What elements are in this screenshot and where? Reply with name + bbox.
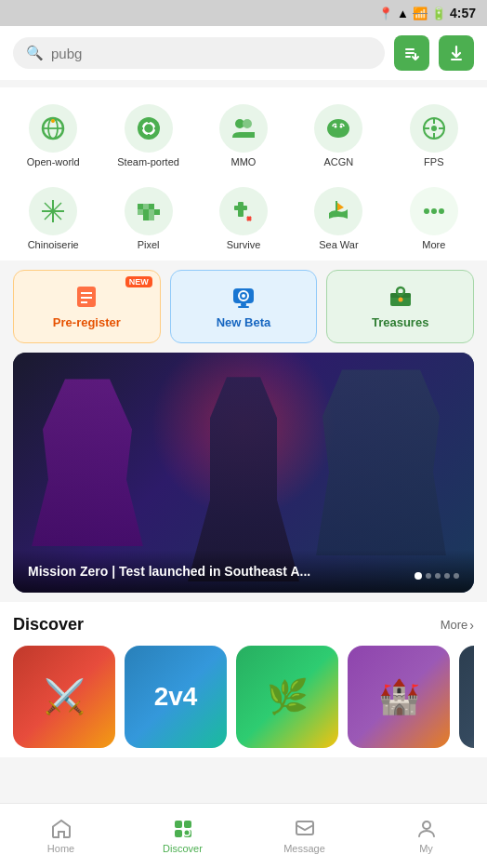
preregister-label: Pre-register: [53, 315, 121, 329]
svg-rect-34: [234, 206, 247, 210]
sea-war-icon: [314, 187, 362, 235]
svg-rect-27: [138, 209, 143, 215]
discover-games-list: ⚔️ 2v4 🌿 🏰 🛡️: [13, 646, 474, 748]
nav-my[interactable]: My: [365, 810, 487, 861]
open-world-label: Open-world: [27, 156, 80, 168]
banner-character-left: [32, 379, 143, 546]
dot-2: [426, 573, 431, 579]
location-icon: 📍: [378, 7, 393, 20]
dot-3: [435, 573, 441, 579]
game-card-2[interactable]: 2v4: [125, 646, 227, 748]
svg-point-57: [184, 831, 189, 835]
svg-rect-31: [143, 215, 149, 220]
acgn-icon: [314, 104, 362, 153]
newbeta-label: New Beta: [217, 315, 271, 329]
new-badge: NEW: [125, 276, 152, 287]
signal-icon: 📶: [413, 7, 428, 20]
svg-point-36: [424, 208, 429, 214]
game-card-5[interactable]: 🛡️: [459, 646, 474, 748]
newbeta-tab[interactable]: New Beta: [170, 270, 318, 343]
search-input[interactable]: pubg: [51, 46, 372, 61]
banner-dots: [415, 572, 459, 580]
category-survive[interactable]: Survive: [196, 181, 291, 257]
home-nav-icon: [50, 818, 72, 840]
svg-point-12: [335, 126, 337, 128]
mmo-label: MMO: [231, 156, 257, 168]
status-time: 4:57: [450, 6, 476, 20]
fps-label: FPS: [424, 156, 443, 168]
svg-rect-25: [143, 204, 149, 209]
svg-rect-52: [175, 821, 182, 828]
chinoiserie-icon: [29, 187, 77, 235]
chinoiserie-label: Chinoiserie: [28, 239, 79, 251]
svg-rect-29: [149, 209, 154, 215]
dot-4: [444, 573, 450, 579]
discover-header: Discover More ›: [13, 615, 474, 634]
category-more[interactable]: More: [387, 181, 481, 257]
svg-point-38: [439, 208, 444, 214]
dot-5: [454, 573, 459, 579]
category-pixel[interactable]: Pixel: [100, 181, 195, 257]
category-chinoiserie[interactable]: Chinoiserie: [6, 181, 100, 257]
svg-rect-30: [154, 209, 160, 215]
treasures-label: Treasures: [372, 315, 428, 329]
svg-point-37: [431, 208, 437, 214]
svg-rect-28: [143, 209, 149, 215]
discover-more-label: More: [441, 618, 468, 632]
svg-rect-24: [138, 204, 143, 209]
category-open-world[interactable]: Open-world: [6, 99, 100, 174]
treasures-tab[interactable]: Treasures: [326, 270, 474, 343]
category-acgn[interactable]: ACGN: [291, 99, 386, 174]
svg-rect-1: [405, 52, 415, 54]
svg-point-59: [423, 821, 430, 829]
download-button[interactable]: [439, 35, 474, 71]
checklist-icon: [402, 44, 421, 62]
discover-nav-icon: [172, 818, 194, 840]
nav-discover[interactable]: Discover: [122, 810, 244, 861]
game-thumb-2: 2v4: [125, 646, 227, 748]
discover-title: Discover: [13, 615, 84, 634]
svg-rect-0: [405, 48, 415, 50]
svg-rect-54: [175, 830, 182, 837]
game-card-4[interactable]: 🏰: [348, 646, 450, 748]
svg-rect-2: [405, 56, 411, 58]
game-icon-2: 2v4: [125, 646, 227, 748]
search-bar: 🔍 pubg: [0, 26, 487, 80]
banner-title: Mission Zero | Test launched in Southeas…: [28, 564, 310, 579]
discover-more-button[interactable]: More ›: [441, 618, 474, 633]
category-section: Open-world Steam-ported MMO: [0, 87, 487, 260]
home-nav-label: Home: [47, 843, 74, 854]
game-icon-5: 🛡️: [459, 646, 474, 748]
category-sea-war[interactable]: Sea War: [291, 181, 386, 257]
svg-rect-53: [184, 821, 191, 828]
game-card-3[interactable]: 🌿: [236, 646, 338, 748]
filter-tabs: NEW Pre-register New Beta: [13, 270, 474, 343]
svg-rect-47: [238, 306, 249, 308]
svg-rect-50: [397, 287, 404, 295]
status-bar: 📍 ▲ 📶 🔋 4:57: [0, 0, 487, 26]
svg-rect-26: [149, 204, 154, 209]
download-queue-button[interactable]: [394, 35, 429, 71]
game-thumb-5: 🛡️: [459, 646, 474, 748]
game-card-1[interactable]: ⚔️: [13, 646, 115, 748]
survive-label: Survive: [227, 239, 261, 251]
svg-point-51: [398, 298, 402, 302]
nav-home[interactable]: Home: [0, 810, 122, 861]
category-mmo[interactable]: MMO: [196, 99, 291, 174]
category-grid: Open-world Steam-ported MMO: [0, 99, 487, 257]
search-wrapper[interactable]: 🔍 pubg: [13, 37, 385, 69]
nav-message[interactable]: Message: [244, 810, 365, 861]
steam-ported-icon: [125, 104, 173, 153]
search-icon: 🔍: [26, 45, 44, 61]
bottom-nav: Home Discover Message My: [0, 803, 487, 868]
banner[interactable]: Mission Zero | Test launched in Southeas…: [13, 353, 474, 593]
mmo-icon: [219, 104, 268, 153]
my-nav-icon: [415, 818, 438, 840]
category-fps[interactable]: FPS: [387, 99, 481, 174]
game-thumb-3: 🌿: [236, 646, 338, 748]
more-label: More: [422, 239, 445, 251]
open-world-icon: [29, 104, 77, 153]
discover-section: Discover More › ⚔️ 2v4 🌿: [0, 602, 487, 757]
preregister-tab[interactable]: NEW Pre-register: [13, 270, 161, 343]
category-steam-ported[interactable]: Steam-ported: [100, 99, 195, 174]
